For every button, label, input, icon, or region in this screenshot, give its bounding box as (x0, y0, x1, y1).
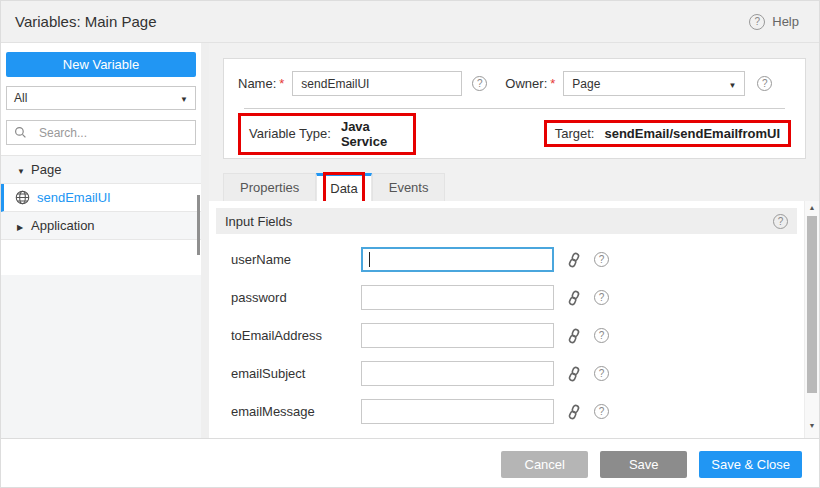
globe-icon (15, 190, 30, 205)
field-label: userName (231, 252, 361, 267)
emailsubject-input[interactable] (361, 361, 554, 386)
variable-type-annotation-box: Variable Type: Java Service (238, 113, 416, 155)
sidebar-divider (201, 43, 209, 438)
detail-tabs: Properties Data Events (223, 173, 819, 201)
tab-events[interactable]: Events (372, 173, 446, 201)
text-cursor (369, 252, 370, 267)
bind-link-icon[interactable] (566, 404, 582, 420)
input-fields-title: Input Fields (225, 214, 292, 229)
dialog-footer: Cancel Save Save & Close (1, 438, 819, 488)
password-input[interactable] (361, 285, 554, 310)
filter-dropdown-value: All (14, 91, 27, 105)
cancel-button[interactable]: Cancel (501, 451, 588, 478)
variables-dialog: Variables: Main Page Help New Variable A… (0, 0, 820, 488)
variable-detail-panel: Name: * Owner: * Page Variable Type: (209, 43, 819, 438)
sidebar-scrollbar-thumb[interactable] (197, 195, 200, 255)
emailmessage-input[interactable] (361, 399, 554, 424)
target-label: Target: (555, 126, 595, 141)
bind-link-icon[interactable] (566, 328, 582, 344)
field-label: password (231, 290, 361, 305)
save-button[interactable]: Save (600, 451, 687, 478)
field-row-emailsubject: emailSubject (216, 361, 797, 386)
page-title: Variables: Main Page (15, 13, 156, 30)
required-marker: * (279, 76, 284, 91)
bind-link-icon[interactable] (566, 366, 582, 382)
field-row-username: userName (216, 247, 797, 272)
field-row-toemailaddress: toEmailAddress (216, 323, 797, 348)
field-label: toEmailAddress (231, 328, 361, 343)
scrollbar-thumb[interactable] (807, 216, 817, 393)
sidebar-empty-area (1, 275, 201, 438)
filter-dropdown[interactable]: All (6, 86, 196, 110)
search-input[interactable] (39, 126, 188, 140)
owner-dropdown[interactable]: Page (563, 71, 745, 96)
input-fields-section: Input Fields userName (216, 208, 797, 424)
name-label: Name: (238, 76, 276, 91)
new-variable-button[interactable]: New Variable (6, 52, 196, 77)
input-fields-help-icon[interactable] (773, 214, 788, 229)
field-help-icon[interactable] (594, 252, 609, 267)
variables-tree: Page sendEmailUI Application (1, 155, 209, 240)
variables-sidebar: New Variable All Page (1, 43, 209, 438)
tab-label: Properties (240, 175, 299, 201)
tree-item-sendemailui[interactable]: sendEmailUI (1, 184, 201, 212)
help-icon (749, 14, 765, 30)
field-help-icon[interactable] (594, 404, 609, 419)
help-label: Help (772, 14, 799, 29)
field-help-icon[interactable] (594, 290, 609, 305)
name-help-icon[interactable] (472, 76, 487, 91)
tree-item-label: Application (31, 218, 95, 233)
caret-right-icon (17, 218, 31, 233)
owner-help-icon[interactable] (757, 76, 772, 91)
search-box (6, 120, 196, 145)
scroll-down-icon[interactable] (805, 422, 819, 429)
owner-dropdown-value: Page (572, 77, 600, 91)
variable-type-value: Java Service (341, 119, 405, 149)
tree-item-application[interactable]: Application (1, 212, 201, 240)
field-help-icon[interactable] (594, 328, 609, 343)
help-button[interactable]: Help (749, 14, 799, 30)
tree-item-page[interactable]: Page (1, 156, 201, 184)
content-scrollbar[interactable] (804, 201, 819, 438)
tab-properties[interactable]: Properties (223, 173, 316, 201)
field-row-password: password (216, 285, 797, 310)
target-value: sendEmail/sendEmailfromUI (604, 126, 780, 141)
field-row-emailmessage: emailMessage (216, 399, 797, 424)
save-and-close-button[interactable]: Save & Close (699, 451, 802, 478)
data-tab-content: Input Fields userName (209, 201, 804, 438)
chevron-down-icon (728, 77, 736, 91)
field-help-icon[interactable] (594, 366, 609, 381)
required-marker: * (550, 76, 555, 91)
input-fields-header: Input Fields (216, 208, 797, 234)
tree-item-label: Page (31, 162, 61, 177)
tab-label: Events (389, 175, 429, 201)
variable-type-label: Variable Type: (249, 126, 331, 141)
scroll-up-icon[interactable] (805, 204, 819, 211)
field-label: emailSubject (231, 366, 361, 381)
variable-summary-form: Name: * Owner: * Page Variable Type: (223, 58, 806, 159)
tab-label: Data (330, 181, 357, 196)
owner-label: Owner: (505, 76, 547, 91)
chevron-down-icon (180, 91, 188, 105)
target-annotation-box: Target: sendEmail/sendEmailfromUI (544, 120, 791, 147)
bind-link-icon[interactable] (566, 290, 582, 306)
toemailaddress-input[interactable] (361, 323, 554, 348)
search-icon (14, 126, 27, 139)
tab-data[interactable]: Data (316, 173, 371, 201)
name-input[interactable] (292, 71, 462, 96)
dialog-header: Variables: Main Page Help (1, 1, 819, 43)
username-input[interactable] (361, 247, 554, 272)
caret-down-icon (17, 162, 31, 177)
bind-link-icon[interactable] (566, 252, 582, 268)
field-label: emailMessage (231, 404, 361, 419)
tree-item-label: sendEmailUI (37, 190, 111, 205)
